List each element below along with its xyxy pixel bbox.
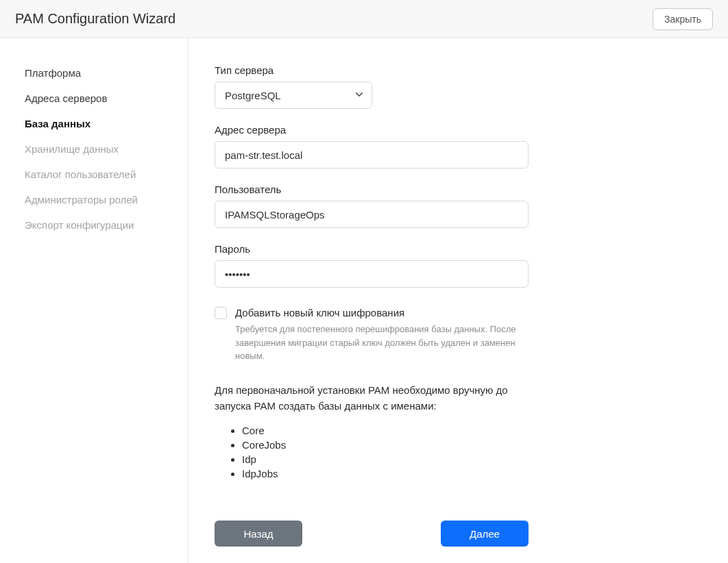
sidebar-item-data-storage: Хранилище данных <box>25 136 188 162</box>
sidebar-item-user-catalog: Каталог пользователей <box>25 162 188 187</box>
user-label: Пользователь <box>215 184 702 195</box>
encrypt-key-label[interactable]: Добавить новый ключ шифрования <box>235 305 530 320</box>
body: Платформа Адреса серверов База данных Хр… <box>0 38 728 563</box>
sidebar-item-server-addresses[interactable]: Адреса серверов <box>25 86 188 111</box>
header: PAM Configuration Wizard Закрыть <box>0 0 728 38</box>
close-button[interactable]: Закрыть <box>653 8 713 30</box>
back-button[interactable]: Назад <box>215 521 302 547</box>
field-user: Пользователь <box>215 184 702 228</box>
user-input[interactable] <box>215 201 529 228</box>
server-address-label: Адрес сервера <box>215 124 702 136</box>
sidebar: Платформа Адреса серверов База данных Хр… <box>0 38 189 563</box>
db-list-item: Idp <box>242 452 702 466</box>
sidebar-item-config-export: Экспорт конфигурации <box>25 212 188 238</box>
field-encrypt-key: Добавить новый ключ шифрования Требуется… <box>215 305 702 363</box>
page-title: PAM Configuration Wizard <box>15 11 175 27</box>
db-list-item: Core <box>242 423 702 438</box>
wizard-buttons: Назад Далее <box>215 521 529 547</box>
password-label: Пароль <box>215 243 702 255</box>
password-input[interactable] <box>215 260 529 288</box>
db-info-text: Для первоначальной установки PAM необход… <box>215 382 537 414</box>
next-button[interactable]: Далее <box>441 521 529 547</box>
field-password: Пароль <box>215 243 702 288</box>
encrypt-key-text: Добавить новый ключ шифрования Требуется… <box>235 305 530 363</box>
sidebar-item-database[interactable]: База данных <box>25 111 188 136</box>
db-list-item: IdpJobs <box>242 466 702 481</box>
db-list: Core CoreJobs Idp IdpJobs <box>242 423 702 481</box>
server-type-label: Тип сервера <box>215 64 702 76</box>
field-server-address: Адрес сервера <box>215 124 702 168</box>
server-address-input[interactable] <box>215 141 529 168</box>
main-panel: Тип сервера Адрес сервера Пользователь П… <box>189 38 728 563</box>
encrypt-key-checkbox[interactable] <box>215 307 227 319</box>
field-server-type: Тип сервера <box>215 64 702 109</box>
sidebar-item-platform[interactable]: Платформа <box>25 60 188 86</box>
sidebar-item-role-admins: Администраторы ролей <box>25 187 188 212</box>
db-list-item: CoreJobs <box>242 438 702 452</box>
encrypt-key-hint: Требуется для постепенного перешифровани… <box>235 323 530 363</box>
server-type-value[interactable] <box>215 82 372 109</box>
server-type-select[interactable] <box>215 82 372 109</box>
